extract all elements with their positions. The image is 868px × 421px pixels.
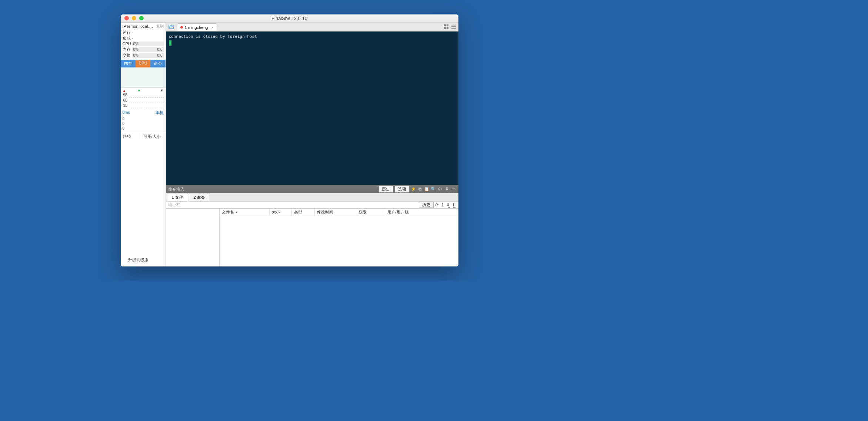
disk-col-size[interactable]: 可用/大小 (141, 134, 163, 139)
svg-rect-4 (451, 25, 455, 26)
network-panel: ▲ ▼ ▼ 9B 6B 3B (121, 88, 166, 109)
mem-label: 内存 (123, 47, 131, 52)
upload-icon: ▲ (123, 89, 126, 93)
ip-row: IP lemon.local.qq.c... 复制 (123, 24, 164, 29)
col-owner[interactable]: 用户/用户组 (385, 209, 458, 216)
swap-value: 0% (133, 53, 138, 57)
svg-rect-1 (446, 24, 448, 26)
ip-label: IP lemon.local.qq.c... (123, 24, 155, 29)
mem-bar: 0%0/0 (132, 47, 164, 52)
ping-ms: 0ms (123, 110, 130, 116)
body: IP lemon.local.qq.c... 复制 运行 - 负载 - CPU … (121, 23, 458, 266)
file-table-header: 文件名▲ 大小 类型 修改时间 权限 用户/用户组 (220, 209, 458, 216)
ping-host[interactable]: 本机 (156, 110, 164, 116)
mem-ratio: 0/0 (157, 47, 163, 52)
terminal[interactable]: connection is closed by foreign host (166, 32, 458, 185)
svg-rect-3 (446, 27, 448, 29)
svg-rect-2 (444, 27, 445, 29)
upload-file-icon[interactable]: ⬆̲ (452, 202, 455, 208)
cpu-value: 0% (133, 42, 138, 46)
monitor-chart (121, 67, 166, 88)
file-panel: 文件名▲ 大小 类型 修改时间 权限 用户/用户组 (166, 209, 458, 266)
copy-icon[interactable]: ⧉ (418, 186, 423, 192)
cpu-bar: 0% (132, 42, 164, 46)
run-line: 运行 - (123, 30, 164, 35)
address-input[interactable]: 地址栏 (166, 202, 419, 208)
command-input[interactable]: 命令输入 (168, 186, 377, 192)
net-dropdown-icon[interactable]: ▼ (160, 89, 164, 92)
cpu-row: CPU 0% (123, 42, 164, 46)
svg-rect-0 (444, 24, 445, 26)
fullscreen-icon[interactable]: ▭ (451, 186, 456, 192)
list-view-icon[interactable] (451, 24, 456, 29)
download-file-icon[interactable]: ⬇̲ (446, 202, 450, 208)
paste-icon[interactable]: 📋 (424, 186, 430, 192)
main-panel: 1 mingcheng × connection is closed by fo… (166, 23, 458, 266)
status-dot-icon (180, 26, 183, 29)
tab-commands[interactable]: 2 命令 (189, 193, 210, 201)
disk-panel: 路径 可用/大小 (121, 132, 166, 141)
cpu-label: CPU (123, 42, 131, 46)
ping-scale-2: 0 (123, 126, 164, 131)
refresh-icon[interactable]: ⟳ (435, 202, 439, 208)
file-table: 文件名▲ 大小 类型 修改时间 权限 用户/用户组 (220, 209, 458, 266)
col-filename[interactable]: 文件名▲ (220, 209, 270, 216)
search-icon[interactable]: 🔍 (431, 186, 436, 192)
swap-ratio: 0/0 (157, 53, 163, 57)
address-icons: ⟳ ↥ ⬇̲ ⬆̲ (435, 202, 458, 208)
grid-view-icon[interactable] (444, 24, 449, 29)
command-bar: 命令输入 历史 选项 ⚡ ⧉ 📋 🔍 ⚙ ⬇ ▭ (166, 185, 458, 193)
monitor-tabs: 内存 CPU 命令 (121, 60, 166, 67)
ping-scale: 0 0 0 (121, 116, 166, 132)
tab-files[interactable]: 1 文件 (167, 193, 188, 201)
col-mtime[interactable]: 修改时间 (315, 209, 356, 216)
col-perm[interactable]: 权限 (356, 209, 385, 216)
open-folder-button[interactable] (166, 23, 177, 31)
upgrade-link[interactable]: 升级高级版 (121, 255, 166, 266)
terminal-cursor (169, 40, 171, 46)
col-filename-label: 文件名 (222, 209, 234, 215)
download-icon: ▼ (137, 89, 141, 93)
connection-tab-label: 1 mingcheng (185, 25, 208, 30)
tab-cmd[interactable]: 命令 (150, 60, 165, 67)
swap-label: 交换 (123, 53, 131, 58)
command-icons: ⚡ ⧉ 📋 🔍 ⚙ ⬇ ▭ (411, 186, 456, 192)
svg-rect-5 (451, 26, 455, 27)
address-bar: 地址栏 历史 ⟳ ↥ ⬇̲ ⬆̲ (166, 201, 458, 209)
net-scale-9b: 9B (123, 93, 164, 97)
address-history-button[interactable]: 历史 (419, 202, 434, 208)
col-size[interactable]: 大小 (270, 209, 292, 216)
ping-scale-0: 0 (123, 116, 164, 121)
sidebar-stats: IP lemon.local.qq.c... 复制 运行 - 负载 - CPU … (121, 23, 166, 60)
sidebar: IP lemon.local.qq.c... 复制 运行 - 负载 - CPU … (121, 23, 166, 266)
swap-bar: 0%0/0 (132, 53, 164, 58)
ping-row: 0ms 本机 (121, 109, 166, 116)
bolt-icon[interactable]: ⚡ (411, 186, 416, 192)
file-tree[interactable] (166, 209, 220, 266)
disk-header: 路径 可用/大小 (121, 132, 166, 141)
copy-button[interactable]: 复制 (156, 24, 164, 29)
tab-cpu[interactable]: CPU (136, 60, 150, 67)
mem-row: 内存 0%0/0 (123, 47, 164, 52)
load-line: 负载 - (123, 36, 164, 41)
close-tab-icon[interactable]: × (211, 25, 214, 30)
terminal-line: connection is closed by foreign host (169, 34, 455, 40)
tab-memory[interactable]: 内存 (121, 60, 136, 67)
gear-icon[interactable]: ⚙ (438, 186, 443, 192)
download-icon[interactable]: ⬇ (444, 186, 450, 192)
tabbar-right (444, 23, 458, 31)
mem-value: 0% (133, 47, 138, 52)
ping-scale-1: 0 (123, 121, 164, 126)
col-type[interactable]: 类型 (292, 209, 315, 216)
sort-asc-icon: ▲ (235, 210, 238, 214)
folder-open-icon (168, 24, 175, 29)
disk-col-path[interactable]: 路径 (123, 134, 141, 139)
net-scale-3b: 3B (123, 103, 164, 108)
up-icon[interactable]: ↥ (441, 202, 444, 208)
net-scale-6b: 6B (123, 98, 164, 103)
tabbar: 1 mingcheng × (166, 23, 458, 32)
connection-tab[interactable]: 1 mingcheng × (177, 23, 217, 31)
options-button[interactable]: 选项 (395, 186, 410, 193)
titlebar: FinalShell 3.0.10 (121, 14, 458, 23)
history-button[interactable]: 历史 (378, 186, 393, 193)
